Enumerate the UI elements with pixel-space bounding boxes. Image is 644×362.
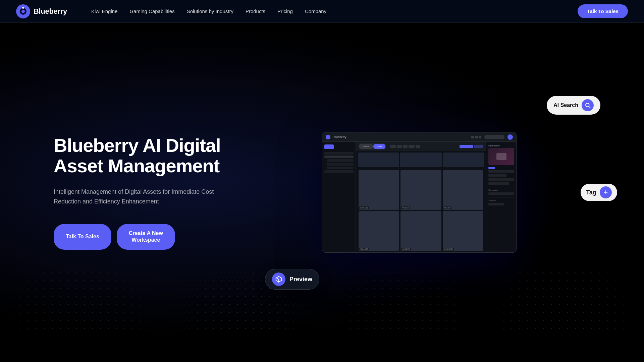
tab-private[interactable]: Private [363, 145, 369, 147]
info-divider2 [488, 197, 514, 197]
info-version-1 [488, 203, 504, 205]
asset-image-3 [443, 170, 483, 210]
thumbnail-preview [496, 153, 506, 160]
float-ai-search: AI Search [547, 96, 600, 115]
empty-cell [443, 153, 484, 167]
create-workspace-line1: Create A New [129, 230, 163, 236]
asset-image-1 [359, 170, 399, 210]
empty-files-row [356, 151, 486, 169]
info-versions-label: Versions [488, 199, 514, 201]
sidebar-item [327, 159, 354, 162]
grid-cell-4[interactable]: Video-097 [359, 211, 399, 251]
grid-cell-3[interactable]: Model-P [443, 170, 483, 210]
grid-cell-6[interactable]: IMAGE-014 [443, 211, 483, 251]
sidebar-item [327, 163, 354, 166]
hero-left: Blueberry AI Digital Asset Management In… [54, 135, 221, 250]
toolbar-filter[interactable] [397, 145, 402, 148]
svg-point-2 [21, 10, 25, 13]
app-body: Private Share [322, 142, 516, 252]
svg-line-5 [589, 106, 590, 108]
logo-icon [16, 4, 30, 18]
toolbar-filter[interactable] [403, 145, 408, 148]
app-titlebar: blueberry [322, 132, 516, 142]
titlebar-icon [479, 136, 481, 138]
sidebar-item [324, 152, 354, 155]
asset-label-2: Model03 [401, 206, 410, 209]
app-sidebar [322, 142, 356, 252]
hero-section: Blueberry AI Digital Asset Management In… [0, 0, 644, 362]
titlebar-brand: blueberry [334, 135, 346, 139]
app-main: Private Share [356, 142, 486, 252]
asset-image-4 [359, 211, 399, 251]
titlebar-search[interactable] [484, 135, 504, 139]
nav-links: Kiwi Engine Gaming Capabilities Solution… [91, 8, 561, 14]
toolbar-filter[interactable] [416, 145, 420, 148]
app-window-mockup: blueberry [322, 132, 517, 253]
empty-cell [400, 153, 441, 167]
logo-text: Blueberry [34, 7, 67, 16]
tab-share[interactable]: Share [377, 145, 382, 147]
tag-label: Tag [586, 189, 596, 196]
asset-label-4: Video-097 [359, 248, 369, 250]
sidebar-item [327, 167, 354, 169]
titlebar-controls [471, 134, 513, 140]
titlebar-icon [475, 136, 478, 138]
nav-link-products[interactable]: Products [246, 8, 265, 14]
info-comment-1 [488, 192, 514, 195]
asset-image-2 [400, 170, 441, 210]
info-meta-3 [488, 178, 514, 181]
empty-cell [358, 153, 399, 167]
info-meta-1 [488, 170, 514, 173]
nav-link-gaming[interactable]: Gaming Capabilities [129, 8, 174, 14]
info-row [488, 167, 514, 169]
nav-link-pricing[interactable]: Pricing [277, 8, 293, 14]
grid-cell-5[interactable]: IMAGE-71 [400, 211, 441, 251]
asset-image-6 [443, 211, 483, 251]
create-workspace-line2: Workspace [131, 237, 160, 243]
nav-link-solutions[interactable]: Solutions by Industry [187, 8, 233, 14]
nav-link-company[interactable]: Company [305, 8, 326, 14]
nav-link-kiwi[interactable]: Kiwi Engine [91, 8, 117, 14]
titlebar-icon [471, 136, 474, 138]
hero-buttons: Talk To Sales Create A New Workspace [54, 224, 221, 250]
asset-label-1: IMAGE-01 [359, 206, 369, 209]
user-avatar [507, 134, 513, 140]
info-tag-badge [488, 167, 495, 169]
grid-cell-1[interactable]: IMAGE-01 [359, 170, 399, 210]
hero-title: Blueberry AI Digital Asset Management [54, 135, 221, 176]
info-meta-2 [488, 174, 506, 177]
create-workspace-button[interactable]: Create A New Workspace [117, 224, 175, 250]
toolbar-filter[interactable] [390, 145, 396, 148]
asset-label-6: IMAGE-014 [443, 248, 454, 250]
nav-cta-button[interactable]: Talk To Sales [578, 4, 628, 18]
float-preview-badge: Preview [265, 269, 319, 290]
hero-description: Intelligent Management of Digital Assets… [54, 187, 221, 206]
info-meta-4 [488, 182, 509, 185]
toolbar-filter[interactable] [409, 145, 415, 148]
hero-right: AI Search blueberry [248, 105, 590, 280]
info-panel-label: Information [488, 144, 514, 147]
navigation: Blueberry Kiwi Engine Gaming Capabilitie… [0, 0, 644, 23]
sidebar-item [324, 156, 354, 158]
sidebar-new-btn[interactable] [324, 144, 334, 149]
float-tag-badge: Tag + [581, 184, 617, 201]
toolbar-upload-btn[interactable] [474, 145, 483, 148]
search-icon [582, 99, 594, 111]
toolbar-create-btn[interactable] [460, 145, 473, 148]
talk-to-sales-button[interactable]: Talk To Sales [54, 224, 111, 250]
titlebar-logo [326, 135, 330, 139]
info-divider [488, 187, 514, 187]
info-thumbnail [488, 148, 514, 165]
info-comments-label: Comments [488, 189, 514, 191]
grid-cell-2[interactable]: Model03 [400, 170, 441, 210]
tag-plus-icon[interactable]: + [600, 186, 612, 198]
asset-image-5 [400, 211, 441, 251]
app-info-panel: Information [486, 142, 516, 252]
asset-label-5: IMAGE-71 [401, 248, 411, 250]
svg-line-6 [276, 278, 279, 279]
svg-point-3 [22, 7, 24, 9]
asset-label-3: Model-P [443, 206, 452, 209]
app-toolbar: Private Share [356, 142, 486, 151]
ai-search-label: AI Search [553, 102, 578, 108]
logo[interactable]: Blueberry [16, 4, 67, 18]
